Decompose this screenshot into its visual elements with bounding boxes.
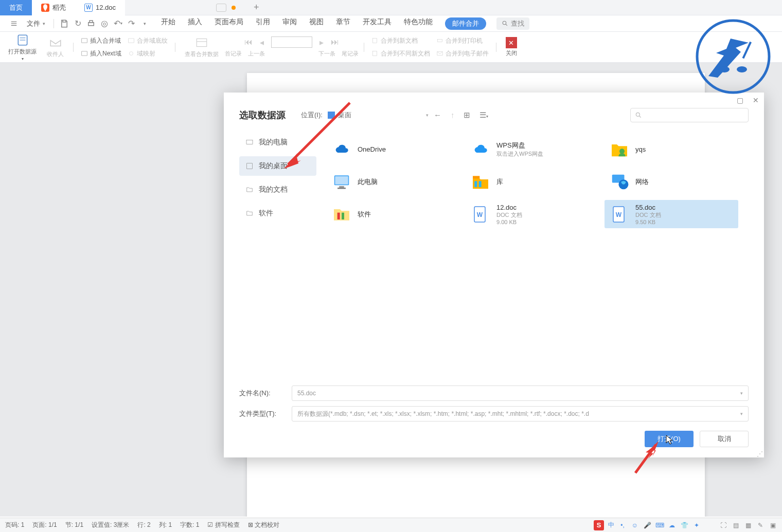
file-wps-cloud[interactable]: WPS网盘双击进入WPS网盘 [466, 135, 599, 163]
prev-record-button: ◂ [260, 38, 264, 47]
ribbon-bar: 文件▾ ↻ ◎ ↶▾ ↷ ▾ 开始 插入 页面布局 引用 审阅 视图 章节 开发… [0, 15, 782, 32]
file-onedrive[interactable]: OneDrive [327, 135, 460, 163]
file-user-yqs[interactable]: yqs [605, 135, 738, 163]
insert-next-field-button[interactable]: 插入Next域 [79, 48, 123, 59]
ime-lang[interactable]: 中 [608, 521, 614, 529]
undo-icon[interactable]: ↶▾ [113, 19, 122, 28]
ime-punct-icon[interactable]: •, [618, 521, 627, 529]
field-map-button: 域映射 [126, 48, 170, 59]
file-55-doc[interactable]: W 55.docDOC 文档9.50 KB [605, 200, 738, 228]
svg-rect-31 [342, 212, 344, 219]
status-chars[interactable]: 字数: 1 [180, 521, 199, 529]
open-datasource-label: 打开数据源 [8, 48, 37, 56]
location-dropdown[interactable]: 桌面 ▾ [327, 109, 430, 121]
filename-input[interactable]: 55.doc▾ [292, 386, 749, 401]
svg-rect-11 [197, 39, 207, 46]
svg-line-17 [639, 116, 641, 118]
rtab-feature[interactable]: 特色功能 [404, 17, 433, 30]
svg-point-16 [636, 113, 639, 116]
field-map-label: 域映射 [137, 49, 155, 58]
ime-mic-icon[interactable]: 🎤 [643, 521, 651, 529]
rtab-start[interactable]: 开始 [161, 17, 175, 30]
status-proofread[interactable]: ⊠ 文档校对 [248, 521, 279, 529]
svg-rect-26 [474, 181, 477, 187]
file-network[interactable]: 网络 [605, 168, 738, 196]
notification-dot-icon[interactable] [232, 6, 236, 10]
filename-label: 文件名(N): [239, 389, 286, 398]
search-label: 查找 [511, 19, 524, 28]
status-row[interactable]: 行: 2 [137, 521, 150, 529]
tab-document[interactable]: W 12.doc [75, 0, 125, 15]
file-name: 网络 [635, 177, 649, 187]
folder-icon [328, 112, 335, 119]
refresh-icon[interactable]: ↻ [73, 19, 82, 28]
library-icon [470, 171, 491, 193]
rtab-dev[interactable]: 开发工具 [363, 17, 392, 30]
filetype-dropdown[interactable]: 所有数据源(*.mdb; *.dsn; *.et; *.xls; *.xlsx;… [292, 406, 749, 421]
ime-emoji-icon[interactable]: ☺ [631, 521, 639, 529]
sidebar-my-documents[interactable]: 我的文档 [239, 180, 316, 199]
sidebar-software[interactable]: 软件 [239, 204, 316, 223]
rtab-layout[interactable]: 页面布局 [215, 17, 243, 30]
status-pagenum[interactable]: 页码: 1 [5, 521, 24, 529]
close-mailmerge-button[interactable]: ✕ 关闭 [502, 37, 521, 57]
file-sub: 双击进入WPS网盘 [496, 150, 543, 158]
ime-keyboard-icon[interactable]: ⌨ [655, 521, 664, 529]
ime-indicator-icon[interactable]: S [594, 520, 604, 530]
status-setting[interactable]: 设置值: 3厘米 [92, 521, 129, 529]
view-outline-icon[interactable]: ▦ [744, 521, 752, 529]
search-box[interactable]: 查找 [496, 17, 529, 30]
dialog-maximize-icon[interactable]: ▢ [737, 96, 743, 104]
sidebar-my-computer[interactable]: 我的电脑 [239, 133, 316, 152]
file-software-folder[interactable]: 软件 [327, 200, 460, 228]
status-section[interactable]: 节: 1/1 [65, 521, 83, 529]
open-datasource-button[interactable]: 打开数据源▾ [4, 33, 41, 61]
view-print-icon[interactable]: ▤ [732, 521, 740, 529]
view-fullscreen-icon[interactable]: ⛶ [719, 521, 727, 529]
sidebar-my-desktop[interactable]: 我的桌面 [239, 156, 316, 176]
view-web-icon[interactable]: ✎ [756, 521, 765, 529]
new-folder-icon[interactable]: ⊞ [464, 111, 470, 120]
rtab-view[interactable]: 视图 [309, 17, 324, 30]
new-tab-button[interactable]: + [243, 2, 270, 13]
sidebar-label: 我的文档 [259, 185, 288, 194]
insert-merge-field-button[interactable]: 插入合并域 [79, 35, 123, 46]
tab-docke[interactable]: 稻壳 [32, 0, 75, 15]
rtab-insert[interactable]: 插入 [188, 17, 202, 30]
ime-tool-icon[interactable]: ✦ [692, 521, 701, 529]
resize-handle-icon[interactable]: ⋰ [757, 450, 763, 456]
window-pill-icon[interactable] [216, 4, 226, 12]
status-col[interactable]: 列: 1 [159, 521, 172, 529]
status-page[interactable]: 页面: 1/1 [32, 521, 57, 529]
file-library[interactable]: 库 [466, 168, 599, 196]
tab-home[interactable]: 首页 [0, 0, 32, 15]
more-qa-icon[interactable]: ▾ [140, 19, 149, 28]
merge-to-diff-button: 合并到不同新文档 [369, 48, 432, 59]
dialog-search-input[interactable] [630, 108, 749, 122]
redo-icon[interactable]: ↷ [127, 19, 136, 28]
nav-up-icon[interactable]: ↑ [451, 111, 455, 120]
cancel-button[interactable]: 取消 [700, 431, 749, 447]
rtab-reference[interactable]: 引用 [256, 17, 270, 30]
ime-cloud-icon[interactable]: ☁ [668, 521, 676, 529]
nav-back-icon[interactable]: ← [434, 111, 441, 120]
view-read-icon[interactable]: ▣ [769, 521, 777, 529]
file-menu[interactable]: 文件▾ [23, 17, 49, 30]
insert-merge-label: 插入合并域 [90, 36, 121, 45]
merge-print-label: 合并到打印机 [446, 36, 483, 45]
view-options-icon[interactable]: ☰▾ [479, 111, 488, 120]
dialog-close-icon[interactable]: ✕ [753, 96, 759, 104]
ime-skin-icon[interactable]: 👕 [680, 521, 688, 529]
rtab-mailmerge[interactable]: 邮件合并 [445, 17, 486, 30]
save-icon[interactable] [60, 19, 69, 28]
open-button[interactable]: 打开(O) [645, 431, 694, 447]
file-12-doc[interactable]: W 12.docDOC 文档9.00 KB [466, 200, 599, 228]
print-icon[interactable] [86, 19, 96, 28]
rtab-review[interactable]: 审阅 [282, 17, 297, 30]
search-icon [502, 20, 508, 27]
hamburger-menu[interactable] [6, 19, 22, 29]
rtab-chapter[interactable]: 章节 [336, 17, 350, 30]
preview-icon[interactable]: ◎ [100, 19, 109, 28]
status-spellcheck[interactable]: ☑ 拼写检查 [207, 521, 239, 529]
file-this-pc[interactable]: 此电脑 [327, 168, 460, 196]
